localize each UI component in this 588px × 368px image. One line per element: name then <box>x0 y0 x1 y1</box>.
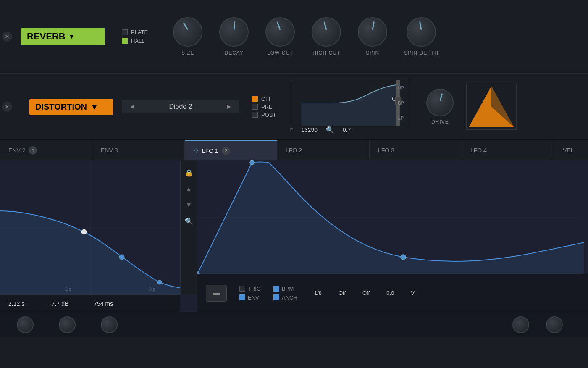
lowcut-label: LOW CUT <box>267 50 293 56</box>
tab-lfo1-label: LFO 1 <box>202 147 218 154</box>
filter-lp-button[interactable]: LP <box>398 116 404 121</box>
preset-selector[interactable]: ◄ Diode 2 ► <box>122 100 239 113</box>
bottom-knob-2[interactable] <box>59 316 76 333</box>
bottom-knob-1[interactable] <box>17 316 34 333</box>
distortion-title: DISTORTION <box>35 102 87 112</box>
lfo-right-options: BPM ANCH <box>273 286 297 301</box>
spindepth-knob-container: SPIN DEPTH <box>404 17 438 56</box>
tab-lfo3[interactable]: LFO 3 <box>370 140 462 160</box>
tab-lfo2[interactable]: LFO 2 <box>277 140 370 160</box>
highcut-label: HIGH CUT <box>312 50 340 56</box>
env-value-1: -7.7 dB <box>50 300 68 307</box>
bpm-checkbox[interactable] <box>273 286 279 292</box>
filter-off-checkbox[interactable] <box>252 96 258 102</box>
filter-curve-svg: C <box>292 80 409 126</box>
hall-checkbox[interactable] <box>122 38 128 44</box>
reverb-label[interactable]: REVERB ▼ <box>21 28 105 45</box>
bottom-knob-5[interactable] <box>546 316 563 333</box>
tab-lfo4[interactable]: LFO 4 <box>462 140 554 160</box>
anch-checkbox[interactable] <box>273 294 279 300</box>
env-label: ENV <box>248 294 259 301</box>
lfo-vel-value: V <box>411 290 415 296</box>
spin-knob[interactable] <box>358 17 387 47</box>
reverb-title: REVERB <box>27 31 66 42</box>
lfo-phase-value: Off <box>339 290 346 296</box>
zoom-icon[interactable]: 🔍 <box>185 217 193 225</box>
distortion-waveshaper-svg <box>467 84 516 129</box>
tab-vel[interactable]: VEL <box>554 140 588 160</box>
decay-knob[interactable] <box>219 17 249 47</box>
lfo-offset-param: Off <box>362 290 370 296</box>
distortion-label[interactable]: DISTORTION ▼ <box>29 99 113 115</box>
lfo-bpm-option[interactable]: BPM <box>273 286 297 292</box>
preset-prev-button[interactable]: ◄ <box>127 103 137 110</box>
lock-icon[interactable]: 🔒 <box>185 169 193 177</box>
tab-env2-label: ENV 2 <box>8 147 25 154</box>
lfo-env-option[interactable]: ENV <box>239 294 261 301</box>
spindepth-knob[interactable] <box>407 17 436 47</box>
svg-point-16 <box>401 255 406 260</box>
filter-hp-button[interactable]: HP <box>398 85 404 90</box>
envelope-tools: 🔒 ▲ ▼ 🔍 <box>180 160 197 295</box>
modulator-area: 2 s 3 s 🔒 ▲ ▼ 🔍 2.12 s -7.7 dB 754 ms <box>0 160 588 312</box>
highcut-knob[interactable] <box>312 17 341 47</box>
trig-checkbox[interactable] <box>239 286 245 292</box>
lowcut-knob[interactable] <box>265 17 295 47</box>
tab-env3[interactable]: ENV 3 <box>92 140 185 160</box>
env-value-2: 754 ms <box>94 300 113 307</box>
envelope-bottom-values: 2.12 s -7.7 dB 754 ms <box>0 295 180 312</box>
reverb-plate-option[interactable]: PLATE <box>122 29 148 35</box>
reverb-hall-option[interactable]: HALL <box>122 38 148 44</box>
filter-bp-button[interactable]: BP <box>398 100 404 105</box>
drive-knob-container: DRIVE <box>426 89 454 125</box>
reverb-knobs: SIZE DECAY LOW CUT HIGH CUT SPIN SPIN DE… <box>173 17 438 56</box>
lfo-anch-option[interactable]: ANCH <box>273 294 297 301</box>
lfo-trig-option[interactable]: TRIG <box>239 286 261 292</box>
mod-tabs: ENV 2 1 ENV 3 ⊹ LFO 1 2 LFO 2 LFO 3 LFO … <box>0 140 588 160</box>
lfo-offset-value: Off <box>362 290 370 296</box>
svg-point-13 <box>158 280 162 284</box>
trig-label: TRIG <box>248 286 261 292</box>
preset-name: Diode 2 <box>142 103 220 110</box>
lfo-rate-param: 1/8 <box>314 290 322 296</box>
lfo-vel-param: V <box>411 290 415 296</box>
filter-pre-checkbox[interactable] <box>252 104 258 110</box>
reverb-options: PLATE HALL <box>122 29 148 44</box>
svg-point-12 <box>119 255 124 260</box>
drive-label: DRIVE <box>431 119 449 125</box>
plate-checkbox[interactable] <box>122 29 128 35</box>
filter-post-label: POST <box>261 112 276 118</box>
bottom-knob-3[interactable] <box>101 316 118 333</box>
filter-pre-label: PRE <box>261 104 273 110</box>
svg-point-17 <box>250 160 254 165</box>
filter-off-option[interactable]: OFF <box>252 96 276 102</box>
arrow-down-icon[interactable]: ▼ <box>186 201 192 209</box>
drive-knob[interactable] <box>426 89 454 116</box>
tab-lfo1[interactable]: ⊹ LFO 1 2 <box>185 140 277 160</box>
waveform-selector-button[interactable]: ▬ <box>206 285 227 302</box>
highcut-knob-container: HIGH CUT <box>312 17 341 56</box>
distortion-close-button[interactable]: ✕ <box>2 102 12 112</box>
preset-next-button[interactable]: ► <box>224 103 234 110</box>
waveform-icon: ▬ <box>213 289 220 297</box>
size-knob[interactable] <box>173 17 202 47</box>
lfo-curve-svg[interactable] <box>197 160 584 274</box>
distortion-visual <box>466 84 517 130</box>
bottom-knob-4[interactable] <box>512 316 529 333</box>
arrow-up-icon[interactable]: ▲ <box>186 185 192 193</box>
filter-options-panel: OFF PRE POST <box>252 96 276 118</box>
env-checkbox[interactable] <box>239 294 245 300</box>
filter-off-label: OFF <box>261 96 272 102</box>
tab-env2[interactable]: ENV 2 1 <box>0 140 92 160</box>
reverb-close-button[interactable]: ✕ <box>2 32 12 42</box>
filter-post-option[interactable]: POST <box>252 112 276 118</box>
filter-post-checkbox[interactable] <box>252 112 258 118</box>
filter-display: C HP BP LP <box>292 80 410 126</box>
envelope-curve-svg[interactable]: 2 s 3 s <box>0 160 181 295</box>
anch-label: ANCH <box>282 294 297 301</box>
filter-pre-option[interactable]: PRE <box>252 104 276 110</box>
env-value-0: 2.12 s <box>8 300 24 307</box>
tab-lfo1-badge: 2 <box>222 147 230 155</box>
spin-label: SPIN <box>366 50 379 56</box>
hall-label: HALL <box>131 38 145 44</box>
